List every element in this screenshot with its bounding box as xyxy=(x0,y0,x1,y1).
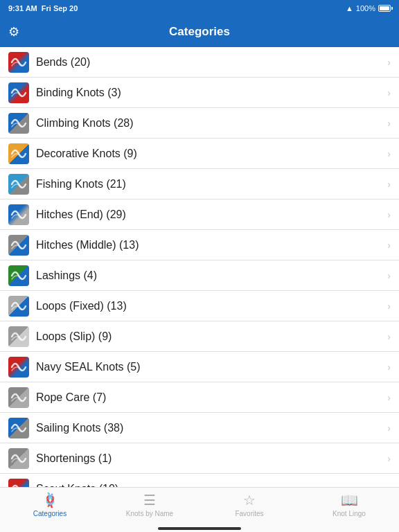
status-bar: 9:31 AM Fri Sep 20 ▲ 100% xyxy=(0,0,399,17)
category-icon-decorative xyxy=(8,143,29,164)
chevron-icon-scout: › xyxy=(387,484,391,488)
tab-icon-knots-by-name: ☰ xyxy=(143,492,156,508)
category-icon-fishing xyxy=(8,174,29,195)
tab-favorites[interactable]: ☆Favorites xyxy=(200,492,299,517)
tab-icon-favorites: ☆ xyxy=(243,492,256,508)
category-icon-navy xyxy=(8,357,29,378)
list-item-hitches-mid[interactable]: Hitches (Middle) (13)› xyxy=(0,230,399,260)
category-label-bends: Bends (20) xyxy=(36,56,384,69)
tab-bar: 🪢Categories☰Knots by Name☆Favorites📖Knot… xyxy=(0,487,399,525)
category-label-scout: Scout Knots (10) xyxy=(36,483,384,488)
gear-button[interactable]: ⚙ xyxy=(8,24,19,39)
tab-icon-knot-lingo: 📖 xyxy=(341,492,358,508)
status-indicators: ▲ 100% xyxy=(346,4,391,12)
category-label-binding: Binding Knots (3) xyxy=(36,87,384,99)
tab-categories[interactable]: 🪢Categories xyxy=(0,492,100,517)
chevron-icon-loops-fixed: › xyxy=(387,301,391,312)
category-icon-hitches-mid xyxy=(8,235,29,256)
category-icon-shortenings xyxy=(8,448,29,469)
list-item-sailing[interactable]: Sailing Knots (38)› xyxy=(0,413,399,443)
chevron-icon-hitches-mid: › xyxy=(387,240,391,251)
category-icon-sailing xyxy=(8,418,29,438)
category-label-rope: Rope Care (7) xyxy=(36,391,384,404)
category-label-lashings: Lashings (4) xyxy=(36,269,384,282)
home-indicator xyxy=(0,525,399,532)
category-label-navy: Navy SEAL Knots (5) xyxy=(36,361,384,373)
category-list: Bends (20)› Binding Knots (3)› Climbing … xyxy=(0,47,399,487)
category-icon-lashings xyxy=(8,265,29,286)
chevron-icon-binding: › xyxy=(387,87,391,98)
chevron-icon-shortenings: › xyxy=(387,453,391,464)
chevron-icon-sailing: › xyxy=(387,423,391,434)
list-item-hitches-end[interactable]: Hitches (End) (29)› xyxy=(0,200,399,230)
battery-icon xyxy=(378,5,391,12)
list-item-climbing[interactable]: Climbing Knots (28)› xyxy=(0,108,399,139)
chevron-icon-lashings: › xyxy=(387,270,391,281)
status-date: Fri Sep 20 xyxy=(42,4,78,12)
nav-bar: ⚙ Categories xyxy=(0,17,399,47)
category-icon-binding xyxy=(8,82,29,103)
category-icon-scout xyxy=(8,479,29,488)
chevron-icon-loops-slip: › xyxy=(387,331,391,342)
chevron-icon-climbing: › xyxy=(387,118,391,129)
chevron-icon-hitches-end: › xyxy=(387,209,391,220)
list-item-lashings[interactable]: Lashings (4)› xyxy=(0,260,399,291)
category-icon-loops-fixed xyxy=(8,296,29,317)
chevron-icon-navy: › xyxy=(387,362,391,373)
tab-icon-categories: 🪢 xyxy=(42,492,59,508)
category-label-hitches-end: Hitches (End) (29) xyxy=(36,209,384,221)
category-label-climbing: Climbing Knots (28) xyxy=(36,117,384,130)
tab-knot-lingo[interactable]: 📖Knot Lingo xyxy=(299,492,399,517)
chevron-icon-bends: › xyxy=(387,57,391,68)
tab-label-knots-by-name: Knots by Name xyxy=(126,510,173,517)
chevron-icon-fishing: › xyxy=(387,179,391,190)
category-label-loops-fixed: Loops (Fixed) (13) xyxy=(36,300,384,312)
list-item-fishing[interactable]: Fishing Knots (21)› xyxy=(0,169,399,200)
category-icon-rope xyxy=(8,387,29,408)
category-icon-climbing xyxy=(8,113,29,134)
tab-label-categories: Categories xyxy=(33,510,66,517)
chevron-icon-rope: › xyxy=(387,392,391,403)
status-time: 9:31 AM xyxy=(8,4,37,12)
category-icon-loops-slip xyxy=(8,326,29,347)
list-item-shortenings[interactable]: Shortenings (1)› xyxy=(0,443,399,474)
category-icon-hitches-end xyxy=(8,204,29,225)
list-item-loops-slip[interactable]: Loops (Slip) (9)› xyxy=(0,321,399,352)
chevron-icon-decorative: › xyxy=(387,148,391,159)
list-item-loops-fixed[interactable]: Loops (Fixed) (13)› xyxy=(0,291,399,321)
page-title: Categories xyxy=(169,25,230,39)
tab-label-favorites: Favorites xyxy=(235,510,263,517)
list-item-rope[interactable]: Rope Care (7)› xyxy=(0,382,399,413)
category-label-sailing: Sailing Knots (38) xyxy=(36,422,384,434)
battery-percent: 100% xyxy=(356,4,375,12)
category-icon-bends xyxy=(8,52,29,73)
tab-label-knot-lingo: Knot Lingo xyxy=(332,510,366,517)
list-item-bends[interactable]: Bends (20)› xyxy=(0,47,399,78)
list-item-navy[interactable]: Navy SEAL Knots (5)› xyxy=(0,352,399,382)
category-label-hitches-mid: Hitches (Middle) (13) xyxy=(36,239,384,251)
category-label-shortenings: Shortenings (1) xyxy=(36,452,384,465)
wifi-icon: ▲ xyxy=(346,4,353,12)
list-item-scout[interactable]: Scout Knots (10)› xyxy=(0,474,399,487)
category-label-decorative: Decorative Knots (9) xyxy=(36,148,384,160)
category-label-loops-slip: Loops (Slip) (9) xyxy=(36,330,384,343)
list-item-binding[interactable]: Binding Knots (3)› xyxy=(0,78,399,108)
list-item-decorative[interactable]: Decorative Knots (9)› xyxy=(0,139,399,169)
tab-knots-by-name[interactable]: ☰Knots by Name xyxy=(100,492,200,517)
category-label-fishing: Fishing Knots (21) xyxy=(36,178,384,190)
